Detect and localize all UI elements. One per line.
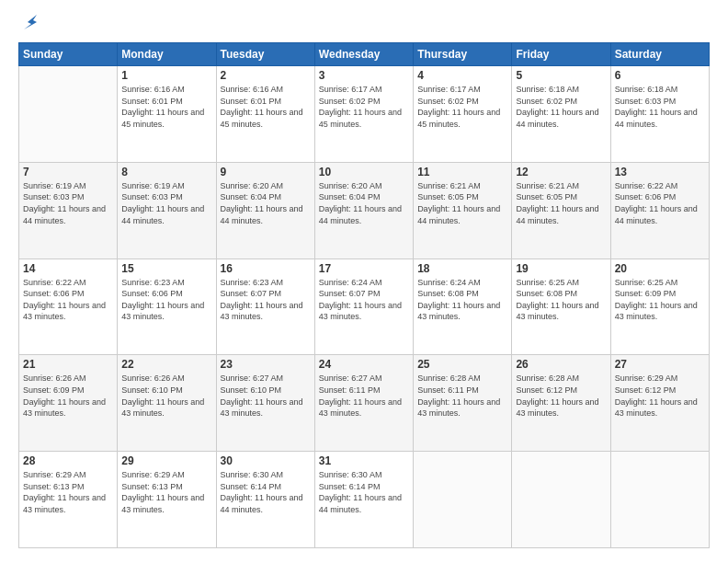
day-number: 22 — [121, 358, 211, 371]
svg-marker-0 — [24, 15, 37, 29]
day-number: 16 — [221, 262, 311, 275]
calendar-day-cell: 20Sunrise: 6:25 AMSunset: 6:09 PMDayligh… — [610, 259, 709, 355]
logo-icon — [20, 13, 40, 33]
calendar-header-thursday: Thursday — [414, 43, 512, 66]
day-number: 27 — [615, 358, 705, 371]
day-info: Sunrise: 6:25 AMSunset: 6:09 PMDaylight:… — [615, 277, 705, 323]
day-info: Sunrise: 6:16 AMSunset: 6:01 PMDaylight:… — [221, 84, 311, 130]
day-number: 4 — [417, 69, 507, 82]
day-info: Sunrise: 6:20 AMSunset: 6:04 PMDaylight:… — [319, 180, 409, 226]
logo — [18, 15, 40, 33]
day-number: 25 — [417, 358, 507, 371]
day-info: Sunrise: 6:23 AMSunset: 6:07 PMDaylight:… — [221, 277, 311, 323]
calendar-day-cell: 11Sunrise: 6:21 AMSunset: 6:05 PMDayligh… — [414, 162, 512, 259]
calendar-week-row: 28Sunrise: 6:29 AMSunset: 6:13 PMDayligh… — [19, 452, 710, 548]
day-number: 26 — [516, 358, 606, 371]
day-info: Sunrise: 6:18 AMSunset: 6:02 PMDaylight:… — [516, 84, 606, 130]
day-number: 13 — [615, 166, 705, 178]
day-info: Sunrise: 6:22 AMSunset: 6:06 PMDaylight:… — [615, 180, 705, 226]
calendar-day-cell: 31Sunrise: 6:30 AMSunset: 6:14 PMDayligh… — [314, 452, 413, 548]
day-info: Sunrise: 6:17 AMSunset: 6:02 PMDaylight:… — [417, 84, 507, 130]
calendar-header-saturday: Saturday — [610, 43, 709, 66]
day-number: 5 — [516, 69, 606, 82]
calendar-day-cell: 18Sunrise: 6:24 AMSunset: 6:08 PMDayligh… — [414, 259, 512, 355]
calendar-day-cell: 7Sunrise: 6:19 AMSunset: 6:03 PMDaylight… — [19, 162, 118, 259]
day-number: 20 — [615, 262, 705, 275]
day-number: 15 — [121, 262, 211, 275]
day-number: 29 — [121, 454, 211, 467]
calendar-day-cell: 26Sunrise: 6:28 AMSunset: 6:12 PMDayligh… — [512, 355, 610, 452]
day-number: 21 — [23, 358, 113, 371]
header — [18, 15, 710, 33]
calendar-header-tuesday: Tuesday — [216, 43, 314, 66]
calendar-day-cell: 10Sunrise: 6:20 AMSunset: 6:04 PMDayligh… — [314, 162, 413, 259]
calendar-day-cell: 6Sunrise: 6:18 AMSunset: 6:03 PMDaylight… — [610, 66, 709, 163]
day-number: 24 — [319, 358, 409, 371]
calendar-week-row: 1Sunrise: 6:16 AMSunset: 6:01 PMDaylight… — [19, 66, 710, 163]
calendar-day-cell: 25Sunrise: 6:28 AMSunset: 6:11 PMDayligh… — [414, 355, 512, 452]
day-info: Sunrise: 6:20 AMSunset: 6:04 PMDaylight:… — [221, 180, 311, 226]
calendar-day-cell: 30Sunrise: 6:30 AMSunset: 6:14 PMDayligh… — [216, 452, 314, 548]
calendar-day-cell: 9Sunrise: 6:20 AMSunset: 6:04 PMDaylight… — [216, 162, 314, 259]
day-info: Sunrise: 6:19 AMSunset: 6:03 PMDaylight:… — [23, 180, 113, 226]
day-info: Sunrise: 6:18 AMSunset: 6:03 PMDaylight:… — [615, 84, 705, 130]
day-info: Sunrise: 6:26 AMSunset: 6:09 PMDaylight:… — [23, 373, 113, 419]
calendar-header-row: SundayMondayTuesdayWednesdayThursdayFrid… — [19, 43, 710, 66]
calendar-day-cell — [610, 452, 709, 548]
calendar-header-friday: Friday — [512, 43, 610, 66]
day-number: 10 — [319, 166, 409, 178]
day-number: 28 — [23, 454, 113, 467]
calendar-day-cell: 28Sunrise: 6:29 AMSunset: 6:13 PMDayligh… — [19, 452, 118, 548]
calendar-day-cell: 8Sunrise: 6:19 AMSunset: 6:03 PMDaylight… — [118, 162, 216, 259]
day-number: 2 — [221, 69, 311, 82]
calendar-day-cell: 21Sunrise: 6:26 AMSunset: 6:09 PMDayligh… — [19, 355, 118, 452]
calendar-day-cell: 15Sunrise: 6:23 AMSunset: 6:06 PMDayligh… — [118, 259, 216, 355]
calendar-day-cell — [414, 452, 512, 548]
day-info: Sunrise: 6:29 AMSunset: 6:12 PMDaylight:… — [615, 373, 705, 419]
day-info: Sunrise: 6:24 AMSunset: 6:08 PMDaylight:… — [417, 277, 507, 323]
day-number: 14 — [23, 262, 113, 275]
calendar-day-cell: 2Sunrise: 6:16 AMSunset: 6:01 PMDaylight… — [216, 66, 314, 163]
day-info: Sunrise: 6:27 AMSunset: 6:11 PMDaylight:… — [319, 373, 409, 419]
calendar-header-monday: Monday — [118, 43, 216, 66]
calendar-day-cell: 24Sunrise: 6:27 AMSunset: 6:11 PMDayligh… — [314, 355, 413, 452]
calendar-day-cell: 27Sunrise: 6:29 AMSunset: 6:12 PMDayligh… — [610, 355, 709, 452]
calendar-day-cell: 4Sunrise: 6:17 AMSunset: 6:02 PMDaylight… — [414, 66, 512, 163]
calendar-day-cell: 22Sunrise: 6:26 AMSunset: 6:10 PMDayligh… — [118, 355, 216, 452]
day-info: Sunrise: 6:19 AMSunset: 6:03 PMDaylight:… — [121, 180, 211, 226]
day-number: 23 — [221, 358, 311, 371]
day-info: Sunrise: 6:22 AMSunset: 6:06 PMDaylight:… — [23, 277, 113, 323]
calendar-table: SundayMondayTuesdayWednesdayThursdayFrid… — [18, 42, 710, 548]
calendar-day-cell: 3Sunrise: 6:17 AMSunset: 6:02 PMDaylight… — [314, 66, 413, 163]
calendar-day-cell: 16Sunrise: 6:23 AMSunset: 6:07 PMDayligh… — [216, 259, 314, 355]
day-info: Sunrise: 6:26 AMSunset: 6:10 PMDaylight:… — [121, 373, 211, 419]
day-info: Sunrise: 6:27 AMSunset: 6:10 PMDaylight:… — [221, 373, 311, 419]
day-info: Sunrise: 6:30 AMSunset: 6:14 PMDaylight:… — [221, 469, 311, 515]
day-info: Sunrise: 6:30 AMSunset: 6:14 PMDaylight:… — [319, 469, 409, 515]
calendar-day-cell: 17Sunrise: 6:24 AMSunset: 6:07 PMDayligh… — [314, 259, 413, 355]
calendar-day-cell: 23Sunrise: 6:27 AMSunset: 6:10 PMDayligh… — [216, 355, 314, 452]
calendar-week-row: 7Sunrise: 6:19 AMSunset: 6:03 PMDaylight… — [19, 162, 710, 259]
day-info: Sunrise: 6:16 AMSunset: 6:01 PMDaylight:… — [121, 84, 211, 130]
day-info: Sunrise: 6:21 AMSunset: 6:05 PMDaylight:… — [417, 180, 507, 226]
day-number: 1 — [121, 69, 211, 82]
day-number: 12 — [516, 166, 606, 178]
calendar-day-cell: 1Sunrise: 6:16 AMSunset: 6:01 PMDaylight… — [118, 66, 216, 163]
calendar-header-sunday: Sunday — [19, 43, 118, 66]
day-number: 9 — [221, 166, 311, 178]
day-info: Sunrise: 6:29 AMSunset: 6:13 PMDaylight:… — [23, 469, 113, 515]
calendar-day-cell: 13Sunrise: 6:22 AMSunset: 6:06 PMDayligh… — [610, 162, 709, 259]
calendar-day-cell — [19, 66, 118, 163]
day-info: Sunrise: 6:29 AMSunset: 6:13 PMDaylight:… — [121, 469, 211, 515]
day-number: 18 — [417, 262, 507, 275]
day-info: Sunrise: 6:25 AMSunset: 6:08 PMDaylight:… — [516, 277, 606, 323]
day-number: 8 — [121, 166, 211, 178]
calendar-header-wednesday: Wednesday — [314, 43, 413, 66]
calendar-day-cell: 12Sunrise: 6:21 AMSunset: 6:05 PMDayligh… — [512, 162, 610, 259]
calendar-day-cell: 5Sunrise: 6:18 AMSunset: 6:02 PMDaylight… — [512, 66, 610, 163]
day-number: 31 — [319, 454, 409, 467]
day-number: 17 — [319, 262, 409, 275]
calendar-week-row: 14Sunrise: 6:22 AMSunset: 6:06 PMDayligh… — [19, 259, 710, 355]
day-info: Sunrise: 6:21 AMSunset: 6:05 PMDaylight:… — [516, 180, 606, 226]
day-info: Sunrise: 6:28 AMSunset: 6:12 PMDaylight:… — [516, 373, 606, 419]
